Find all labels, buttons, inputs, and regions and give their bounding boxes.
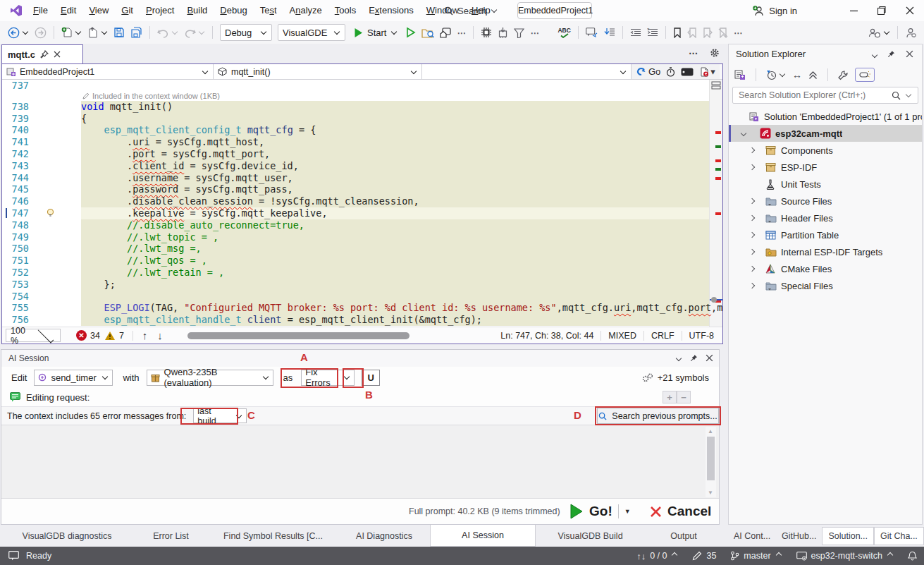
solution-search-box[interactable]: Search Solution Explorer (Ctrl+;) xyxy=(732,87,918,104)
editor-horizontal-scrollbar[interactable] xyxy=(178,327,493,344)
tool-tab-output[interactable]: Output xyxy=(645,525,722,547)
search-icon[interactable] xyxy=(892,91,901,100)
start-without-debug-button[interactable] xyxy=(404,24,418,41)
tree-item-unit-tests[interactable]: Unit Tests xyxy=(729,176,922,193)
nav-forward-button[interactable] xyxy=(32,24,49,41)
uncomment-button[interactable] xyxy=(601,24,617,41)
warning-icon[interactable] xyxy=(104,331,116,341)
tool-tab-github-[interactable]: GitHub... xyxy=(776,527,822,545)
spell-check-button[interactable]: ABC xyxy=(555,24,572,41)
decrease-indent-button[interactable] xyxy=(628,24,643,41)
open-file-button[interactable] xyxy=(85,24,110,41)
increase-indent-button[interactable]: ? xyxy=(645,24,660,41)
feedback-bubble-icon[interactable] xyxy=(8,551,19,561)
mode-dropdown[interactable]: Fix Errors xyxy=(301,370,355,386)
go-button[interactable]: Go! ▼ xyxy=(569,504,631,519)
start-debug-button[interactable]: Start xyxy=(352,24,400,41)
panel-chevron-icon[interactable] xyxy=(871,50,878,61)
menu-debug[interactable]: Debug xyxy=(214,1,253,20)
document-tab-mqtt-c[interactable]: mqtt.c xyxy=(1,44,83,63)
pending-filter-icon[interactable] xyxy=(766,70,786,80)
tree-item-components[interactable]: Components xyxy=(729,142,922,159)
go-dropdown-icon[interactable]: ▼ xyxy=(624,508,631,515)
prompt-scrollbar[interactable]: ▲ ▼ xyxy=(706,427,716,497)
tree-item-esp32cam-mqtt[interactable]: esp32cam-mqtt xyxy=(729,125,922,142)
preview-icon[interactable] xyxy=(855,68,875,82)
menu-analyze[interactable]: Analyze xyxy=(283,1,328,20)
solution-configuration-dropdown[interactable]: Debug xyxy=(220,24,272,41)
code-editor[interactable]: 737Included in the context window (1KB)7… xyxy=(2,80,722,327)
tool-tab-visualgdb-diagnostics[interactable]: VisualGDB diagnostics xyxy=(0,525,134,547)
save-button[interactable] xyxy=(111,24,127,41)
sign-in-button[interactable]: Sign in xyxy=(753,3,797,18)
find-in-files-button[interactable] xyxy=(419,24,436,41)
u-toggle-button[interactable]: U xyxy=(362,370,380,386)
tool-tab-ai-cont-[interactable]: AI Cont... xyxy=(728,527,776,545)
program-flash-button[interactable] xyxy=(495,24,510,41)
menu-extensions[interactable]: Extensions xyxy=(362,1,420,20)
menu-git[interactable]: Git xyxy=(115,1,140,20)
editor-vertical-scrollbar[interactable] xyxy=(709,80,722,327)
tree-item-source-files[interactable]: Source Files xyxy=(729,193,922,209)
redo-button[interactable] xyxy=(182,24,207,41)
menu-project[interactable]: Project xyxy=(140,1,180,20)
ellipsis2-button[interactable]: ⋯ xyxy=(528,24,541,41)
add-item-button[interactable]: + xyxy=(663,391,677,403)
member-dropdown[interactable] xyxy=(422,64,632,79)
tool-tab-find-symbol-results-c-[interactable]: Find Symbol Results [C... xyxy=(208,525,338,547)
encoding-indicator[interactable]: UTF-8 xyxy=(682,331,721,341)
panel-close-icon[interactable] xyxy=(906,50,913,58)
live-share-button[interactable] xyxy=(866,24,892,41)
document-error-icon[interactable]: ▾ xyxy=(699,66,715,77)
tree-item-special-files[interactable]: Special Files xyxy=(729,277,922,294)
nav-counter[interactable]: ↑↓ 0 / 0 xyxy=(632,551,682,561)
collapse-all-icon[interactable] xyxy=(808,71,818,80)
tree-item-solution-embeddedproject1-1-of-1-projec[interactable]: Solution 'EmbeddedProject1' (1 of 1 proj… xyxy=(729,108,922,125)
tree-item-partition-table[interactable]: Partition Table xyxy=(729,226,922,243)
chip-button[interactable] xyxy=(479,24,494,41)
bookmark-next-button[interactable] xyxy=(701,24,715,41)
search-previous-prompts-button[interactable]: Search previous prompts... xyxy=(597,408,719,424)
tool-tab-error-list[interactable]: Error List xyxy=(134,525,208,547)
pin-icon[interactable] xyxy=(40,50,49,59)
comment-button[interactable] xyxy=(584,24,600,41)
tool-tab-ai-diagnostics[interactable]: AI Diagnostics xyxy=(338,525,430,547)
tool-tab-ai-session[interactable]: AI Session xyxy=(430,525,536,547)
sync-active-icon[interactable]: ↔ xyxy=(792,69,802,80)
switch-views-icon[interactable] xyxy=(734,70,746,80)
git-repo[interactable]: esp32-mqtt-switch xyxy=(792,551,898,561)
menu-build[interactable]: Build xyxy=(180,1,214,20)
save-all-button[interactable] xyxy=(128,24,144,41)
bookmark-clear-button[interactable] xyxy=(716,24,730,41)
next-issue-icon[interactable]: ↓ xyxy=(157,329,163,341)
ellipsis-button[interactable]: ⋯ xyxy=(455,24,468,41)
menu-test[interactable]: Test xyxy=(254,1,283,20)
edit-target-dropdown[interactable]: send_timer xyxy=(34,370,113,386)
menu-file[interactable]: File xyxy=(27,1,54,20)
tree-item-esp-idf[interactable]: ESP-IDF xyxy=(729,159,922,176)
tool-tab-visualgdb-build[interactable]: VisualGDB Build xyxy=(536,525,645,547)
tag-icon[interactable] xyxy=(681,68,694,76)
ellipsis3-button[interactable]: ⋯ xyxy=(732,24,745,41)
remove-item-button[interactable]: − xyxy=(677,391,691,403)
menu-view[interactable]: View xyxy=(82,1,115,20)
tree-item-cmake-files[interactable]: CMake Files xyxy=(729,260,922,277)
maximize-button[interactable] xyxy=(868,0,896,21)
bell-icon[interactable] xyxy=(908,551,917,561)
tool-tab-git-cha-[interactable]: Git Cha... xyxy=(874,527,924,545)
bookmark-prev-button[interactable] xyxy=(685,24,699,41)
feedback-button[interactable] xyxy=(903,24,918,41)
prompt-text-area[interactable]: ▲ ▼ xyxy=(1,425,719,499)
nav-back-button[interactable] xyxy=(6,24,31,41)
zoom-dropdown[interactable]: 100 % xyxy=(6,329,61,342)
symbol-dropdown[interactable]: mqtt_init() xyxy=(214,64,422,79)
panel-close-icon[interactable] xyxy=(706,354,713,362)
symbols-summary[interactable]: +21 symbols xyxy=(642,372,709,383)
menu-edit[interactable]: Edit xyxy=(54,1,82,20)
properties-icon[interactable] xyxy=(838,70,849,80)
prev-issue-icon[interactable]: ↑ xyxy=(142,329,148,341)
stopwatch-icon[interactable] xyxy=(666,67,675,77)
search-control[interactable]: Search xyxy=(444,3,498,18)
tab-overflow-icon[interactable]: ⋯ xyxy=(689,48,698,59)
tree-item-header-files[interactable]: Header Files xyxy=(729,209,922,226)
